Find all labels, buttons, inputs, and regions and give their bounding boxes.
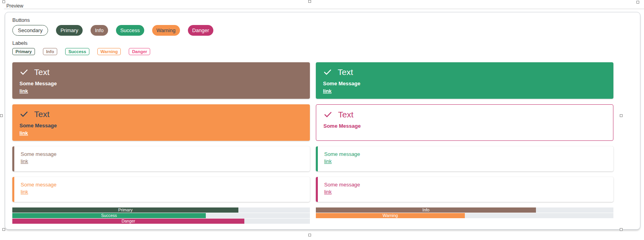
card-title-row: Text (19, 108, 303, 120)
resize-handle-top-left[interactable] (2, 0, 5, 3)
alert-card-info: Text Some Message link (12, 62, 310, 99)
card-link[interactable]: link (19, 131, 28, 136)
resize-handle-bottom-left[interactable] (2, 228, 5, 231)
message-text: Some message (21, 182, 304, 188)
preview-tab[interactable]: Preview (6, 3, 23, 9)
message-card-danger: Some message link (316, 177, 613, 202)
card-link[interactable]: link (323, 88, 332, 94)
components-grid: Text Some Message link Text Some Message… (12, 62, 613, 224)
card-title-row: Text (19, 66, 303, 78)
progress-info: Info (316, 207, 613, 213)
buttons-row: Secondary Primary Info Success Warning D… (12, 25, 633, 36)
progress-primary-fill: Primary (12, 207, 238, 213)
card-link[interactable]: link (19, 88, 28, 94)
progress-bar-label: Success (101, 213, 117, 218)
progress-group-right: Info Warning (316, 207, 613, 224)
progress-group-left: Primary Success Danger (12, 207, 310, 224)
progress-success: Success (12, 213, 310, 218)
card-title-row: Text (323, 109, 606, 120)
alert-card-warning: Text Some Message link (12, 104, 310, 141)
card-message: Some Message (323, 81, 606, 86)
card-title: Text (338, 68, 353, 76)
resize-handle-top-center[interactable] (308, 0, 311, 3)
card-title: Text (338, 110, 354, 119)
card-message: Some Message (323, 123, 606, 129)
card-message: Some Message (19, 81, 303, 86)
message-card-warning: Some message link (12, 177, 310, 202)
preview-panel: Buttons Secondary Primary Info Success W… (5, 12, 640, 230)
progress-bar-label: Info (422, 207, 429, 213)
alert-card-success: Text Some Message link (316, 62, 613, 99)
progress-danger-fill: Danger (12, 219, 244, 224)
label-badge-danger: Danger (129, 48, 150, 55)
check-icon (323, 67, 332, 77)
resize-handle-left-middle[interactable] (0, 114, 3, 117)
buttons-section-heading: Buttons (12, 17, 633, 23)
success-button[interactable]: Success (116, 25, 144, 36)
primary-button[interactable]: Primary (56, 25, 83, 36)
message-text: Some message (324, 151, 607, 157)
message-link[interactable]: link (324, 159, 332, 164)
progress-info-fill: Info (316, 207, 536, 213)
message-card-info: Some message link (12, 146, 310, 171)
progress-success-fill: Success (12, 213, 206, 218)
resize-handle-bottom-center[interactable] (308, 234, 311, 236)
resize-handle-bottom-right[interactable] (620, 228, 623, 231)
labels-row: Primary Info Success Warning Danger (12, 48, 633, 55)
progress-bar-label: Danger (122, 219, 135, 224)
warning-button[interactable]: Warning (152, 25, 180, 36)
message-link[interactable]: link (21, 159, 28, 164)
resize-handle-top-right[interactable] (636, 1, 639, 4)
card-title-row: Text (323, 66, 606, 78)
progress-warning: Warning (316, 213, 613, 218)
message-link[interactable]: link (21, 189, 28, 195)
card-title: Text (34, 110, 50, 118)
progress-bar-label: Warning (383, 213, 398, 218)
progress-warning-fill: Warning (316, 213, 465, 218)
message-text: Some message (324, 182, 607, 188)
progress-primary: Primary (12, 207, 310, 213)
resize-handle-right-middle[interactable] (620, 114, 623, 117)
card-message: Some Message (19, 123, 303, 129)
danger-button[interactable]: Danger (188, 25, 214, 36)
progress-bar-label: Primary (118, 207, 133, 213)
card-title: Text (34, 68, 50, 76)
labels-section-heading: Labels (12, 40, 633, 46)
message-text: Some message (21, 151, 304, 157)
message-card-success: Some message link (316, 146, 613, 171)
label-badge-info: Info (43, 48, 57, 55)
label-badge-success: Success (65, 48, 89, 55)
label-badge-warning: Warning (97, 48, 121, 55)
check-icon (323, 110, 333, 119)
label-badge-primary: Primary (12, 48, 35, 55)
alert-card-danger-outline: Text Some Message (316, 104, 613, 141)
message-link[interactable]: link (324, 189, 332, 195)
check-icon (19, 109, 29, 119)
info-button[interactable]: Info (91, 25, 108, 36)
check-icon (19, 67, 29, 77)
tab-divider (4, 9, 644, 9)
secondary-button[interactable]: Secondary (12, 25, 48, 36)
progress-danger: Danger (12, 219, 310, 224)
